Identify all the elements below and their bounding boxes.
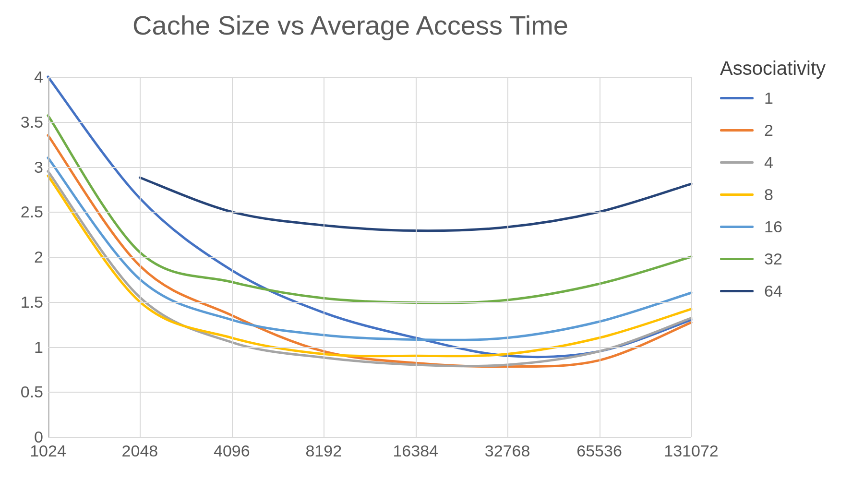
- x-axis-tick-label: 16384: [393, 442, 438, 460]
- grid-horizontal: [48, 347, 691, 348]
- plot-area: 00.511.522.533.5410242048409681921638432…: [48, 77, 691, 437]
- y-axis-tick-label: 0.5: [5, 383, 43, 401]
- legend-label: 1: [764, 89, 773, 108]
- y-axis-tick-label: 4: [5, 68, 43, 86]
- legend-swatch: [720, 161, 754, 164]
- legend: Associativity 1248163264: [720, 58, 854, 314]
- legend-item: 64: [720, 282, 854, 300]
- legend-item: 32: [720, 250, 854, 268]
- legend-label: 32: [764, 250, 782, 268]
- x-axis-tick-label: 8192: [305, 442, 342, 460]
- legend-label: 64: [764, 282, 782, 300]
- y-axis-tick-label: 1: [5, 337, 43, 356]
- y-axis-tick-label: 2: [5, 248, 43, 266]
- grid-horizontal: [48, 437, 691, 438]
- legend-swatch: [720, 226, 754, 228]
- grid-horizontal: [48, 257, 691, 258]
- legend-item: 2: [720, 121, 854, 140]
- legend-swatch: [720, 290, 754, 292]
- grid-horizontal: [48, 392, 691, 393]
- grid-horizontal: [48, 77, 691, 78]
- grid-horizontal: [48, 167, 691, 168]
- x-axis-tick-label: 65536: [576, 442, 622, 460]
- legend-swatch: [720, 129, 754, 132]
- legend-label: 16: [764, 217, 782, 236]
- grid-horizontal: [48, 302, 691, 303]
- legend-swatch: [720, 258, 754, 260]
- series-line: [48, 116, 691, 303]
- x-axis-tick-label: 2048: [122, 442, 158, 460]
- series-line: [48, 135, 691, 367]
- x-axis-tick-label: 131072: [664, 442, 718, 460]
- series-line: [48, 158, 691, 340]
- legend-swatch: [720, 193, 754, 196]
- grid-horizontal: [48, 122, 691, 123]
- y-axis-tick-label: 3: [5, 157, 43, 176]
- series-line: [48, 77, 691, 357]
- legend-swatch: [720, 97, 754, 99]
- legend-title: Associativity: [720, 58, 854, 79]
- legend-item: 8: [720, 185, 854, 204]
- y-axis-tick-label: 3.5: [5, 112, 43, 131]
- legend-item: 1: [720, 89, 854, 108]
- chart-container: Cache Size vs Average Access Time 00.511…: [0, 0, 864, 504]
- y-axis-tick-label: 2.5: [5, 203, 43, 221]
- grid-vertical: [691, 77, 692, 437]
- x-axis-tick-label: 1024: [30, 442, 66, 460]
- y-axis-tick-label: 1.5: [5, 292, 43, 311]
- chart-title: Cache Size vs Average Access Time: [0, 10, 701, 41]
- grid-horizontal: [48, 212, 691, 213]
- legend-item: 16: [720, 217, 854, 236]
- legend-label: 4: [764, 153, 773, 172]
- legend-item: 4: [720, 153, 854, 172]
- legend-label: 2: [764, 121, 773, 140]
- x-axis-tick-label: 4096: [214, 442, 250, 460]
- x-axis-tick-label: 32768: [485, 442, 530, 460]
- legend-label: 8: [764, 185, 773, 204]
